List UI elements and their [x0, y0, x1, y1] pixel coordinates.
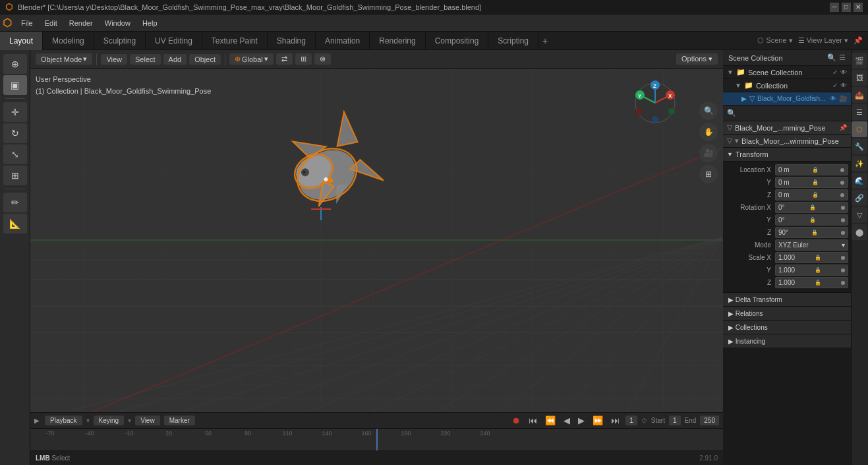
start-frame-input[interactable]: 1: [669, 416, 681, 425]
jump-start-button[interactable]: ⏮: [527, 415, 539, 426]
pan-icon-btn[interactable]: ✋: [699, 123, 718, 141]
play-reverse-button[interactable]: ◀: [562, 415, 572, 426]
tab-texture-paint[interactable]: Texture Paint: [202, 32, 268, 50]
menu-window[interactable]: Window: [100, 18, 136, 28]
select-tool[interactable]: ▣: [3, 75, 27, 95]
zoom-icon-btn[interactable]: 🔍: [699, 102, 718, 120]
tab-scripting[interactable]: Scripting: [488, 32, 538, 50]
object-item[interactable]: ▶ ▽ Black_Moor_Goldfish... 👁 🎥: [723, 92, 851, 106]
scale-z-input[interactable]: 1.000 🔒: [775, 277, 848, 288]
material-props-btn[interactable]: ⬤: [852, 224, 867, 240]
menu-file[interactable]: File: [16, 18, 38, 28]
rotate-tool[interactable]: ↻: [3, 123, 27, 143]
location-y-input[interactable]: 0 m 🔒: [775, 177, 848, 188]
transform-mode-btn[interactable]: ⊕ Global ▾: [229, 53, 274, 65]
end-frame-input[interactable]: 250: [700, 416, 719, 425]
menu-help[interactable]: Help: [137, 18, 163, 28]
add-menu[interactable]: Add: [163, 54, 187, 65]
collection-render[interactable]: 👁: [840, 82, 847, 89]
relations-section[interactable]: ▶ Relations: [723, 307, 851, 321]
camera-icon-btn[interactable]: 🎥: [699, 144, 718, 162]
viewport-gizmo[interactable]: Z X Y: [631, 78, 680, 129]
navigation-gizmo[interactable]: Z X Y: [631, 78, 680, 128]
object-data-dropdown[interactable]: ▾: [735, 137, 739, 145]
next-frame-button[interactable]: ⏩: [591, 415, 605, 426]
delta-transform-section[interactable]: ▶ Delta Transform: [723, 292, 851, 307]
prev-frame-button[interactable]: ⏪: [543, 415, 558, 426]
collection-item[interactable]: ▼ 📁 Collection ✓ 👁: [723, 79, 851, 92]
maximize-button[interactable]: □: [842, 3, 851, 12]
options-btn[interactable]: Options ▾: [676, 53, 718, 65]
select-menu[interactable]: Select: [130, 54, 161, 65]
rotation-z-input[interactable]: 90° 🔒: [775, 227, 848, 238]
constraints-props-btn[interactable]: 🔗: [852, 190, 867, 206]
object-render[interactable]: 🎥: [839, 95, 847, 102]
window-controls[interactable]: ─ □ ✕: [830, 3, 863, 12]
scale-y-input[interactable]: 1.000 🔒: [775, 264, 848, 276]
view-menu[interactable]: View: [101, 54, 127, 65]
marker-menu[interactable]: Marker: [164, 416, 195, 425]
viewport-canvas[interactable]: User Perspective (1) Collection | Black_…: [30, 69, 723, 412]
instancing-section[interactable]: ▶ Instancing: [723, 334, 851, 348]
scene-collection-render-toggle[interactable]: 👁: [840, 69, 847, 76]
collections-section[interactable]: ▶ Collections: [723, 321, 851, 334]
object-visibility[interactable]: 👁: [830, 95, 836, 102]
data-props-btn[interactable]: ▽: [852, 207, 867, 223]
modifier-props-btn[interactable]: 🔧: [852, 139, 867, 154]
tab-shading[interactable]: Shading: [268, 32, 316, 50]
pin-button[interactable]: 📌: [839, 124, 847, 131]
annotate-tool[interactable]: ✏: [3, 193, 27, 212]
view-layer-dropdown[interactable]: ☰ View Layer ▾: [798, 36, 848, 45]
location-z-input[interactable]: 0 m 🔒: [775, 189, 848, 201]
menu-render[interactable]: Render: [64, 18, 98, 28]
keying-menu[interactable]: Keying: [94, 416, 125, 425]
tab-rendering[interactable]: Rendering: [370, 32, 425, 50]
props-search-icon[interactable]: 🔍: [727, 109, 736, 117]
particles-props-btn[interactable]: ✨: [852, 156, 867, 171]
grid-icon-btn[interactable]: ⊞: [699, 165, 718, 183]
cursor-tool[interactable]: ⊕: [3, 54, 27, 74]
tab-sculpting[interactable]: Sculpting: [94, 32, 146, 50]
view-layer-props-btn[interactable]: ☰: [852, 104, 867, 120]
record-button[interactable]: ⏺: [510, 415, 523, 426]
collection-visibility[interactable]: ✓: [832, 82, 838, 89]
location-x-input[interactable]: 0 m 🔒: [775, 164, 848, 175]
transform-section-header[interactable]: ▼ Transform: [723, 148, 851, 162]
tab-layout[interactable]: Layout: [0, 32, 43, 50]
scale-x-input[interactable]: 1.000 🔒: [775, 252, 848, 263]
current-frame-display[interactable]: 1: [625, 416, 637, 425]
output-props-btn[interactable]: 📤: [852, 87, 867, 103]
tab-uv-editing[interactable]: UV Editing: [146, 32, 202, 50]
measure-tool[interactable]: 📐: [3, 214, 27, 233]
mode-dropdown[interactable]: XYZ Euler ▾: [775, 239, 848, 251]
object-menu[interactable]: Object: [189, 54, 221, 65]
snap-btn[interactable]: ⊞: [295, 53, 312, 65]
add-workspace-button[interactable]: +: [538, 36, 552, 46]
outliner-filter-btn[interactable]: 🔍: [827, 53, 836, 62]
object-props-btn[interactable]: ⬡: [852, 121, 867, 137]
minimize-button[interactable]: ─: [830, 3, 839, 12]
play-button[interactable]: ▶: [576, 415, 587, 426]
outliner-options-btn[interactable]: ☰: [839, 53, 846, 62]
rotation-x-input[interactable]: 0° 🔒: [775, 202, 848, 213]
timeline-view-menu[interactable]: View: [135, 416, 160, 425]
scale-tool[interactable]: ⤡: [3, 144, 27, 164]
close-button[interactable]: ✕: [854, 3, 863, 12]
tab-animation[interactable]: Animation: [316, 32, 370, 50]
timeline-body[interactable]: -70 -40 -10 20 50 80 110 140 160 190 220…: [30, 429, 723, 450]
move-tool[interactable]: ✛: [3, 102, 27, 122]
playback-menu[interactable]: Playback: [45, 416, 82, 425]
tab-compositing[interactable]: Compositing: [426, 32, 489, 50]
tab-modeling[interactable]: Modeling: [43, 32, 94, 50]
scene-collection-item[interactable]: ▼ 📁 Scene Collection ✓ 👁: [723, 66, 851, 79]
scene-props-btn[interactable]: 🎬: [852, 53, 867, 69]
rotation-y-input[interactable]: 0° 🔒: [775, 214, 848, 226]
jump-end-button[interactable]: ⏭: [609, 415, 622, 426]
menu-edit[interactable]: Edit: [40, 18, 63, 28]
physics-props-btn[interactable]: 🌊: [852, 173, 867, 189]
object-mode-dropdown[interactable]: Object Mode ▾: [36, 53, 92, 65]
pivot-btn[interactable]: ⇄: [276, 53, 293, 65]
proportional-btn[interactable]: ⊗: [314, 53, 331, 65]
render-props-btn[interactable]: 🖼: [852, 70, 867, 86]
scene-dropdown[interactable]: ⬡ Scene ▾: [757, 36, 792, 45]
